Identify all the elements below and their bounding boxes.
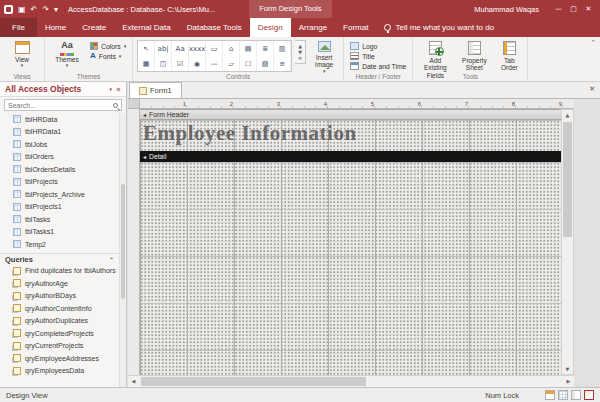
nav-item-query[interactable]: qryCurrentProjects [0, 340, 119, 353]
control-tool-icon[interactable]: ☐ [240, 56, 257, 71]
scroll-down-icon[interactable]: ▼ [562, 364, 573, 374]
scroll-up-icon[interactable]: ▲ [562, 110, 573, 120]
chevron-up-icon[interactable]: ⌃ [109, 256, 114, 263]
save-icon[interactable]: ▣ [18, 5, 26, 14]
form-design-surface[interactable]: ◂ Form Header Employee Information ◂ Det… [140, 109, 563, 375]
nav-item-query[interactable]: Find duplicates for tblAuthors [0, 265, 119, 278]
control-tool-icon[interactable]: ☑ [172, 56, 189, 71]
title-button[interactable]: Title [348, 52, 408, 60]
nav-item-table[interactable]: tblProjects_Archive [0, 188, 119, 201]
close-document-icon[interactable]: ✕ [589, 85, 595, 93]
nav-item-table[interactable]: tblTasks1 [0, 226, 119, 239]
navigation-scrollbar[interactable] [119, 113, 126, 387]
control-tool-icon[interactable]: ◫ [155, 56, 172, 71]
ruler-mark: 5 [328, 99, 375, 108]
nav-item-query[interactable]: qryAuthorBDays [0, 290, 119, 303]
nav-item-table[interactable]: tblProjects [0, 176, 119, 189]
scrollbar-thumb[interactable] [563, 122, 572, 237]
nav-item-label: qryAuthorAge [25, 280, 68, 287]
form-header-section-bar[interactable]: ◂ Form Header [140, 109, 562, 120]
detail-section-bar[interactable]: ◂ Detail [140, 151, 562, 162]
tab-database-tools[interactable]: Database Tools [179, 18, 250, 37]
control-tool-icon[interactable]: ◉ [189, 56, 206, 71]
nav-item-query[interactable]: qryEmployeesData [0, 365, 119, 378]
nav-item-table[interactable]: tblTasks [0, 213, 119, 226]
nav-item-table[interactable]: Temp2 [0, 238, 119, 251]
tab-design[interactable]: Design [250, 18, 291, 37]
nav-item-query[interactable]: qryAuthorAge [0, 277, 119, 290]
navigation-pane-header[interactable]: All Access Objects ▾ « [0, 82, 126, 97]
close-button[interactable]: ✕ [581, 0, 596, 18]
design-view-shortcut-icon[interactable] [584, 390, 594, 400]
tell-me-box[interactable]: Tell me what you want to do [384, 18, 494, 37]
tab-order-button[interactable]: Tab Order [495, 40, 523, 72]
control-tool-icon[interactable]: ▥ [274, 41, 291, 56]
control-tool-icon[interactable]: ▱ [223, 56, 240, 71]
form-view-shortcut-icon[interactable] [545, 390, 555, 400]
tab-arrange[interactable]: Arrange [291, 18, 335, 37]
control-tool-icon[interactable]: ▨ [257, 56, 274, 71]
nav-item-query[interactable]: qryAuthorDuplicates [0, 315, 119, 328]
nav-item-query[interactable]: qryEmployeeAddresses [0, 352, 119, 365]
fonts-button[interactable]: A Fonts ▾ [88, 52, 128, 60]
tab-create[interactable]: Create [74, 18, 114, 37]
control-tool-icon[interactable]: ▤ [240, 41, 257, 56]
tab-home[interactable]: Home [37, 18, 74, 37]
nav-item-table[interactable]: tblHRData [0, 113, 119, 126]
form-header-grid[interactable]: Employee Information [140, 120, 562, 151]
vertical-scrollbar[interactable]: ▲ ▼ [561, 109, 574, 375]
nav-item-query[interactable]: qryAuthorContentInfo [0, 302, 119, 315]
nav-item-query[interactable]: qryCompletedProjects [0, 327, 119, 340]
scrollbar-thumb[interactable] [121, 184, 125, 299]
chevron-down-icon[interactable]: ▾ [110, 86, 113, 92]
detail-grid[interactable] [140, 162, 562, 375]
collapse-ribbon-icon[interactable]: ⌃ [590, 39, 596, 47]
view-button[interactable]: View ▾ [4, 40, 40, 68]
horizontal-scrollbar[interactable]: ◀ ▶ [128, 375, 574, 387]
datasheet-view-shortcut-icon[interactable] [558, 390, 568, 400]
control-tool-icon[interactable]: ▭ [206, 41, 223, 56]
control-tool-icon[interactable]: ≡ [274, 56, 291, 71]
ruler-corner-box[interactable] [128, 99, 140, 109]
control-tool-icon[interactable]: ↖ [138, 41, 155, 56]
insert-image-button[interactable]: Insert Image ▾ [309, 40, 339, 74]
tab-file[interactable]: File [0, 18, 37, 37]
scroll-left-icon[interactable]: ◀ [128, 376, 139, 387]
control-tool-icon[interactable]: ⌂ [223, 41, 240, 56]
control-tool-icon[interactable]: xxxx [189, 41, 206, 56]
layout-view-shortcut-icon[interactable] [571, 390, 581, 400]
control-tool-icon[interactable]: Aa [172, 41, 189, 56]
tab-external-data[interactable]: External Data [114, 18, 178, 37]
property-sheet-button[interactable]: Property Sheet [456, 40, 492, 72]
control-tool-icon[interactable]: ab| [155, 41, 172, 56]
colors-button[interactable]: Colors ▾ [88, 42, 128, 50]
account-user-name[interactable]: Muhammad Waqas [474, 5, 539, 14]
control-tool-icon[interactable]: ▦ [138, 56, 155, 71]
document-tab-form1[interactable]: Form1 [129, 82, 182, 98]
logo-button[interactable]: Logo [348, 42, 408, 50]
minimize-button[interactable]: — [551, 0, 566, 18]
scrollbar-thumb[interactable] [141, 377, 366, 386]
search-input[interactable] [8, 102, 111, 109]
control-tool-icon[interactable]: ≣ [257, 41, 274, 56]
scroll-right-icon[interactable]: ▶ [563, 376, 574, 387]
qat-customize-icon[interactable]: ▾ [54, 5, 58, 14]
tab-format[interactable]: Format [335, 18, 376, 37]
date-time-button[interactable]: Date and Time [348, 62, 408, 70]
nav-item-table[interactable]: tblJobs [0, 138, 119, 151]
themes-button[interactable]: Aa Themes ▾ [49, 40, 85, 68]
undo-icon[interactable]: ↶ [31, 5, 38, 14]
nav-item-table[interactable]: tblOrdersDetails [0, 163, 119, 176]
form-title-label[interactable]: Employee Information [143, 123, 357, 144]
nav-item-table[interactable]: tblProjects1 [0, 201, 119, 214]
maximize-button[interactable]: ▢ [566, 0, 581, 18]
collapse-pane-icon[interactable]: « [116, 85, 121, 94]
gallery-more-icon[interactable]: ≡ [298, 55, 302, 61]
queries-group-header[interactable]: Queries ⌃ [0, 253, 119, 265]
nav-item-table[interactable]: tblOrders [0, 151, 119, 164]
nav-item-table[interactable]: tblHRData1 [0, 126, 119, 139]
control-tool-icon[interactable]: — [206, 56, 223, 71]
redo-icon[interactable]: ↷ [42, 5, 49, 14]
design-canvas[interactable]: 123456789 ◂ Form Header Employee Informa… [128, 99, 600, 387]
navigation-search-box[interactable] [4, 99, 122, 111]
